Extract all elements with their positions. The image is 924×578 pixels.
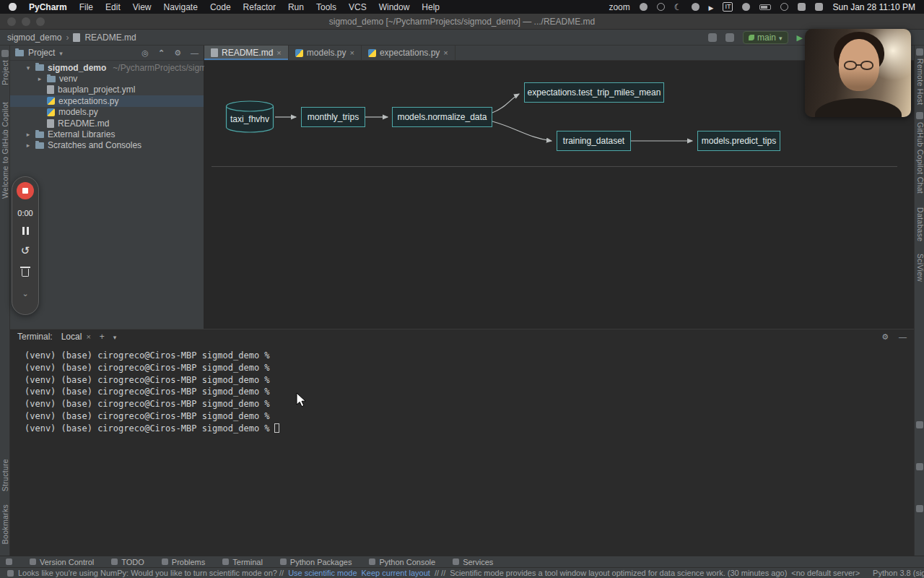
- tool-window-switcher-icon[interactable]: [6, 558, 12, 565]
- settings-icon[interactable]: [708, 33, 717, 42]
- chevron-right-icon[interactable]: [36, 75, 43, 82]
- recorder-more-icon[interactable]: [22, 286, 28, 299]
- tab-models-py[interactable]: models.py: [289, 46, 362, 60]
- stripe-bookmarks-label[interactable]: Bookmarks: [1, 504, 9, 544]
- chevron-down-icon[interactable]: [25, 64, 32, 72]
- menu-window[interactable]: Window: [379, 2, 410, 12]
- tool-terminal[interactable]: Terminal: [222, 558, 263, 566]
- locate-file-icon[interactable]: [141, 48, 149, 58]
- default-server-indicator[interactable]: <no default server>: [791, 569, 860, 577]
- run-button[interactable]: [797, 33, 803, 43]
- pause-recording-button[interactable]: [22, 227, 29, 235]
- project-view-dropdown-icon[interactable]: [59, 48, 63, 58]
- stop-recording-button[interactable]: [17, 182, 34, 199]
- tree-row-expectations-py[interactable]: expectations.py: [10, 95, 204, 106]
- stripe-project-label[interactable]: Project: [1, 60, 9, 85]
- menu-file[interactable]: File: [79, 2, 93, 12]
- focus-mode-icon[interactable]: [674, 2, 682, 12]
- minimize-window-button[interactable]: [22, 17, 30, 26]
- use-scientific-mode-link[interactable]: Use scientific mode: [288, 569, 357, 577]
- collapse-all-icon[interactable]: [158, 48, 165, 58]
- breadcrumb-file[interactable]: README.md: [84, 33, 136, 43]
- tree-row-venv[interactable]: venv: [10, 73, 204, 84]
- discard-recording-button[interactable]: [22, 269, 29, 277]
- menu-run[interactable]: Run: [288, 2, 304, 12]
- tab-expectations-py[interactable]: expectations.py: [362, 46, 456, 60]
- close-icon[interactable]: [276, 48, 281, 58]
- tree-row-project-root[interactable]: sigmod_demo ~/PycharmProjects/sigmod_dem…: [10, 62, 204, 73]
- accessibility-icon[interactable]: [657, 3, 665, 11]
- terminal-settings-icon[interactable]: [881, 332, 889, 342]
- menu-code[interactable]: Code: [210, 2, 231, 12]
- git-branch-widget[interactable]: main: [743, 31, 788, 44]
- python-interpreter-indicator[interactable]: Python 3.8 (sigmod_demo): [873, 569, 924, 577]
- menu-navigate[interactable]: Navigate: [164, 2, 198, 12]
- close-window-button[interactable]: [7, 17, 16, 26]
- stripe-structure-label[interactable]: Structure: [1, 459, 9, 491]
- tree-row-models-py[interactable]: models.py: [10, 107, 204, 118]
- terminal-label: Terminal:: [17, 332, 53, 342]
- menubar-clock[interactable]: Sun Jan 28 11:10 PM: [832, 2, 915, 12]
- close-icon[interactable]: [349, 48, 354, 58]
- project-panel-title[interactable]: Project: [28, 48, 55, 58]
- menu-vcs[interactable]: VCS: [349, 2, 367, 12]
- menu-app-name[interactable]: PyCharm: [29, 2, 67, 12]
- tool-services[interactable]: Services: [453, 558, 493, 566]
- zoom-window-button[interactable]: [36, 17, 45, 26]
- hide-panel-icon[interactable]: [191, 48, 199, 57]
- notification-bell-icon[interactable]: [916, 421, 923, 428]
- menu-help[interactable]: Help: [422, 2, 440, 12]
- tree-row-external-libraries[interactable]: External Libraries: [10, 129, 204, 139]
- status-event-icon[interactable]: [7, 570, 14, 577]
- menu-tools[interactable]: Tools: [316, 2, 336, 12]
- close-icon[interactable]: [86, 332, 90, 342]
- stripe-remote-host-label[interactable]: Remote Host: [916, 59, 924, 105]
- terminal-tab-local[interactable]: Local: [61, 332, 91, 342]
- notifications-icon[interactable]: [725, 33, 734, 42]
- bluetooth-icon[interactable]: [692, 3, 699, 11]
- stripe-copilot-welcome-label[interactable]: Welcome to GitHub Copilot: [1, 102, 9, 199]
- keep-current-layout-link[interactable]: Keep current layout: [362, 569, 430, 577]
- terminal-dropdown-icon[interactable]: [113, 332, 117, 342]
- close-icon[interactable]: [443, 48, 448, 58]
- playback-icon[interactable]: [709, 2, 714, 12]
- tool-todo[interactable]: TODO: [111, 558, 144, 566]
- new-terminal-button[interactable]: [100, 332, 105, 342]
- copilot-chat-icon[interactable]: [916, 112, 923, 119]
- audio-icon[interactable]: [742, 3, 750, 11]
- tool-python-console[interactable]: Python Console: [369, 558, 435, 566]
- battery-icon[interactable]: [759, 4, 771, 10]
- chevron-right-icon[interactable]: [25, 131, 32, 138]
- menu-edit[interactable]: Edit: [105, 2, 121, 12]
- menu-view[interactable]: View: [133, 2, 152, 12]
- terminal-output[interactable]: (venv) (base) cirogreco@Ciros-MBP sigmod…: [10, 344, 914, 435]
- tool-problems[interactable]: Problems: [162, 558, 205, 566]
- tree-row-readme-md[interactable]: README.md: [10, 118, 204, 129]
- stripe-database-label[interactable]: Database: [916, 207, 924, 241]
- tab-readme-md[interactable]: README.md: [204, 46, 289, 60]
- wifi-icon[interactable]: [780, 3, 788, 11]
- search-icon[interactable]: [798, 3, 806, 11]
- chevron-right-icon[interactable]: [25, 142, 32, 149]
- tree-row-bauplan-yml[interactable]: bauplan_project.yml: [10, 85, 204, 95]
- restart-recording-button[interactable]: [21, 244, 30, 257]
- stripe-copilot-chat-label[interactable]: GitHub Copilot Chat: [916, 122, 924, 194]
- tree-row-scratches[interactable]: Scratches and Consoles: [10, 140, 204, 151]
- more-tools-icon[interactable]: [916, 505, 923, 512]
- menu-refactor[interactable]: Refactor: [243, 2, 276, 12]
- zoom-menu-extra[interactable]: zoom: [609, 2, 629, 12]
- python-file-icon: [368, 49, 376, 57]
- keyboard-layout-badge[interactable]: IT: [723, 2, 733, 12]
- control-center-icon[interactable]: [815, 3, 823, 11]
- tool-python-packages[interactable]: Python Packages: [280, 558, 352, 566]
- screen-recording-icon[interactable]: [640, 3, 648, 11]
- breadcrumb-project[interactable]: sigmod_demo: [7, 33, 61, 43]
- remote-host-icon[interactable]: [916, 48, 923, 56]
- layout-icon[interactable]: [916, 463, 923, 470]
- project-tool-icon[interactable]: [1, 50, 9, 57]
- stripe-sciview-label[interactable]: SciView: [916, 254, 924, 282]
- panel-settings-icon[interactable]: [174, 48, 181, 58]
- hide-terminal-icon[interactable]: [899, 332, 907, 342]
- tool-version-control[interactable]: Version Control: [30, 558, 94, 566]
- apple-menu-icon[interactable]: [9, 3, 17, 11]
